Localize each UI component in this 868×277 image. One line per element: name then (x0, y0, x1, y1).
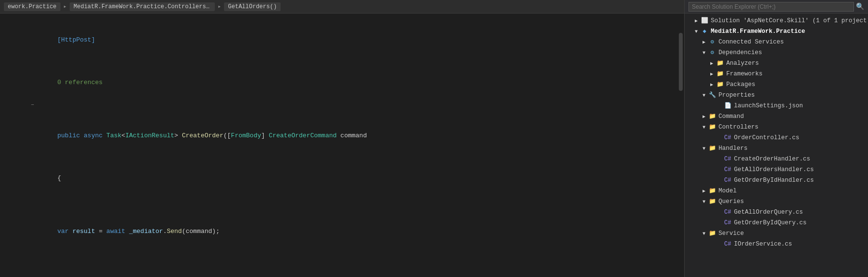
collapse-button[interactable]: − (31, 100, 34, 110)
sidebar-item-label: Dependencies (718, 49, 762, 56)
sidebar-item-dependencies[interactable]: ▼ ⚙ Dependencies (685, 47, 868, 58)
cs-file-icon: C# (723, 133, 732, 142)
sidebar-item-label: Analyzers (726, 60, 759, 67)
cs-file-icon: C# (723, 240, 732, 248)
code-line: − public async Task<IActionResult> Creat… (23, 99, 677, 152)
cs-file-icon: C# (723, 219, 732, 227)
sidebar-item-label: GetAllOrderQuery.cs (734, 209, 803, 216)
cs-file-icon: C# (723, 176, 732, 185)
folder-icon: 📁 (708, 197, 717, 206)
sidebar-item-getorderbyidquery[interactable]: C# GetOrderByIdQuery.cs (685, 218, 868, 228)
chevron-icon: ▶ (708, 71, 716, 77)
sidebar-item-project[interactable]: ▼ ◆ MediatR.FrameWork.Practice (685, 26, 868, 37)
solution-icon: ⬜ (700, 16, 709, 25)
sidebar-item-label: Command (718, 113, 744, 120)
code-line: 0 references (23, 56, 677, 99)
code-line: { (23, 152, 677, 194)
sidebar-item-label: CreateOrderHandler.cs (734, 156, 810, 162)
sidebar-item-iorderservice[interactable]: C# IOrderService.cs (685, 239, 868, 249)
wrench-icon: 🔧 (708, 91, 717, 100)
sidebar-item-service[interactable]: ▼ 📁 Service (685, 228, 868, 239)
sidebar-item-handlers[interactable]: ▼ 📁 Handlers (685, 143, 868, 154)
se-toolbar: 🔍 (685, 0, 868, 14)
sidebar-item-label: Packages (726, 81, 755, 88)
json-icon: 📄 (723, 102, 732, 110)
sidebar-item-properties[interactable]: ▼ 🔧 Properties (685, 90, 868, 101)
sidebar-item-command[interactable]: ▶ 📁 Command (685, 111, 868, 122)
chevron-icon: ▶ (708, 82, 716, 87)
sidebar-item-connected-services[interactable]: ▶ ⚙ Connected Services (685, 37, 868, 47)
sidebar-item-getorderbyidhandler[interactable]: C# GetOrderByIdHandler.cs (685, 175, 868, 186)
sidebar-item-label: Frameworks (726, 71, 763, 77)
se-search-input[interactable] (688, 2, 854, 12)
chevron-icon: ▶ (692, 18, 700, 24)
toolbar-namespace[interactable]: ework.Practice (4, 2, 60, 11)
editor-area: ework.Practice ▸ MediatR.FrameWork.Pract… (0, 0, 684, 277)
sidebar-item-label: OrderController.cs (734, 134, 799, 141)
cs-file-icon: C# (723, 155, 732, 163)
sidebar-item-controllers[interactable]: ▼ 📁 Controllers (685, 122, 868, 132)
sidebar-item-label: IOrderService.cs (734, 241, 792, 248)
folder-icon: 📁 (716, 80, 724, 89)
line-numbers: ​ ​ ​ ​ ​ ​ ​ ​ ​ ​ ​ ​ ​ ​ ​ ​ ​ ​ (0, 14, 23, 277)
chevron-icon: ▼ (700, 93, 708, 98)
chevron-icon: ▶ (700, 188, 708, 194)
folder-icon: 📁 (708, 123, 717, 131)
chevron-icon: ▶ (700, 39, 708, 45)
sidebar-item-label: launchSettings.json (734, 102, 803, 109)
toolbar-controller[interactable]: MediatR.FrameWork.Practice.Controllers.O… (70, 2, 215, 11)
code-line: [HttpPost] (23, 14, 677, 56)
chevron-icon: ▼ (700, 231, 708, 236)
dependencies-icon: ⚙ (708, 48, 717, 57)
sidebar-item-label: Handlers (718, 145, 748, 152)
chevron-icon: ▶ (708, 60, 716, 66)
connected-services-icon: ⚙ (708, 38, 717, 46)
search-icon: 🔍 (856, 2, 864, 11)
se-content: ▶ ⬜ Solution 'AspNetCore.Skill' (1 of 1 … (685, 14, 868, 277)
sidebar-item-model[interactable]: ▶ 📁 Model (685, 186, 868, 196)
sidebar-item-analyzers[interactable]: ▶ 📁 Analyzers (685, 58, 868, 69)
code-line: var result = await _mediator.Send(comman… (23, 194, 677, 248)
sidebar-item-solution[interactable]: ▶ ⬜ Solution 'AspNetCore.Skill' (1 of 1 … (685, 15, 868, 26)
folder-icon: 📁 (708, 112, 717, 121)
vertical-scrollbar[interactable] (677, 14, 684, 277)
chevron-icon: ▶ (700, 114, 708, 119)
sidebar-item-label: MediatR.FrameWork.Practice (711, 28, 805, 35)
toolbar-sep2: ▸ (217, 3, 222, 10)
chevron-icon: ▼ (700, 125, 708, 130)
folder-icon: 📁 (716, 70, 724, 78)
code-line: //return CreatedAtAction("GetOrder", new… (23, 248, 677, 277)
code-lines: [HttpPost] 0 references − public async T… (23, 14, 677, 277)
folder-icon: 📁 (708, 229, 717, 238)
sidebar-item-ordercontroller[interactable]: C# OrderController.cs (685, 132, 868, 143)
folder-icon: 📁 (708, 187, 717, 195)
chevron-icon: ▼ (700, 146, 708, 151)
toolbar-method[interactable]: GetAllOrders() (224, 2, 281, 11)
sidebar-item-label: GetAllOrdersHandler.cs (734, 166, 814, 173)
editor-content: ​ ​ ​ ​ ​ ​ ​ ​ ​ ​ ​ ​ ​ ​ ​ ​ ​ ​ [Htt… (0, 14, 684, 277)
chevron-icon: ▼ (692, 29, 700, 34)
sidebar-item-label: Connected Services (718, 39, 784, 45)
sidebar-item-label: Properties (718, 92, 755, 99)
sidebar-item-createorderhandler[interactable]: C# CreateOrderHandler.cs (685, 154, 868, 164)
sidebar-item-launchsettings[interactable]: 📄 launchSettings.json (685, 101, 868, 111)
solution-explorer: 🔍 ▶ ⬜ Solution 'AspNetCore.Skill' (1 of … (684, 0, 868, 277)
chevron-icon: ▼ (700, 199, 708, 204)
sidebar-item-getallordershandler[interactable]: C# GetAllOrdersHandler.cs (685, 164, 868, 175)
editor-toolbar: ework.Practice ▸ MediatR.FrameWork.Pract… (0, 0, 684, 14)
toolbar-sep1: ▸ (62, 3, 68, 10)
folder-icon: 📁 (708, 144, 717, 153)
chevron-icon: ▼ (700, 50, 708, 56)
cs-file-icon: C# (723, 165, 732, 174)
sidebar-item-label: GetOrderByIdHandler.cs (734, 177, 814, 184)
sidebar-item-label: Service (718, 230, 744, 237)
sidebar-item-label: Queries (718, 198, 744, 205)
sidebar-item-packages[interactable]: ▶ 📁 Packages (685, 79, 868, 90)
sidebar-item-queries[interactable]: ▼ 📁 Queries (685, 196, 868, 207)
sidebar-item-getallorderquery[interactable]: C# GetAllOrderQuery.cs (685, 207, 868, 218)
sidebar-item-label: Solution 'AspNetCore.Skill' (1 of 1 proj… (711, 17, 868, 24)
scrollbar-thumb[interactable] (679, 33, 683, 91)
cs-file-icon: C# (723, 208, 732, 217)
project-icon: ◆ (700, 27, 709, 36)
sidebar-item-frameworks[interactable]: ▶ 📁 Frameworks (685, 69, 868, 79)
